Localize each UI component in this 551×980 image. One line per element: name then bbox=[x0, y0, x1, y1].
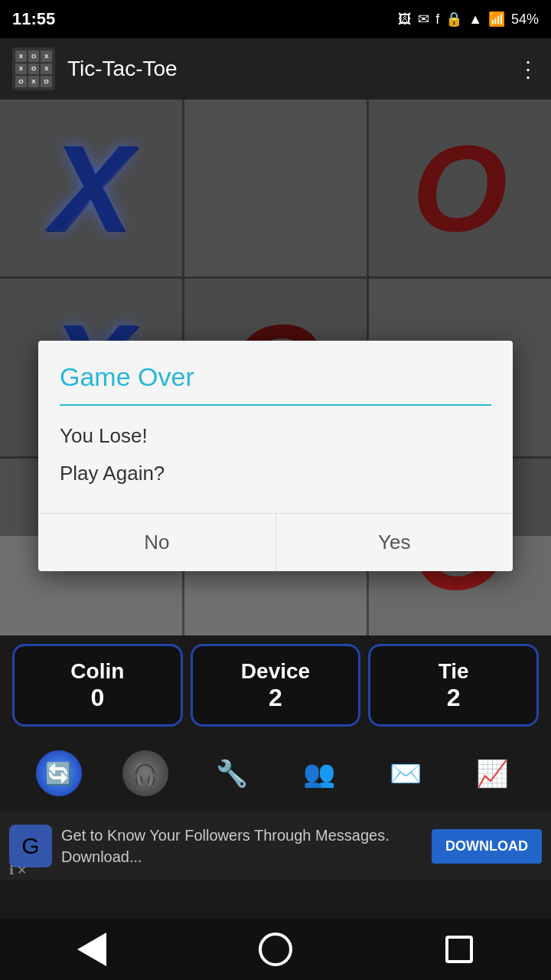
app-title: Tic-Tac-Toe bbox=[67, 57, 517, 81]
home-icon bbox=[259, 933, 292, 966]
image-icon: 🖼 bbox=[398, 11, 412, 28]
back-icon bbox=[77, 933, 106, 966]
settings-icon-button[interactable]: 🔧 bbox=[205, 746, 259, 800]
email-icon: ✉️ bbox=[383, 750, 429, 796]
app-icon-cell: X bbox=[28, 76, 40, 87]
app-icon-cell: X bbox=[15, 64, 27, 75]
score-section: Colin 0 Device 2 Tie 2 bbox=[0, 635, 551, 735]
overflow-menu-button[interactable]: ⋮ bbox=[517, 57, 539, 82]
app-icon-cell: O bbox=[41, 76, 52, 87]
chart-icon-button[interactable]: 📈 bbox=[465, 746, 519, 800]
refresh-icon-button[interactable]: 🔄 bbox=[32, 746, 86, 800]
battery-indicator: 54% bbox=[511, 11, 539, 28]
dialog-buttons: No Yes bbox=[38, 513, 513, 571]
ad-text: Get to Know Your Followers Through Messa… bbox=[61, 825, 422, 867]
headset-icon-button[interactable]: 🎧 bbox=[119, 746, 172, 800]
app-icon: X O X X O X O X O bbox=[12, 47, 55, 90]
tie-score: 2 bbox=[447, 684, 461, 712]
app-icon-cell: O bbox=[15, 76, 27, 87]
device-label: Device bbox=[241, 659, 310, 684]
chart-icon: 📈 bbox=[469, 750, 515, 796]
ad-app-icon: G bbox=[21, 833, 39, 859]
status-icons: 🖼 ✉ f 🔒 ▲ 📶 54% bbox=[398, 11, 539, 28]
app-icon-cell: X bbox=[15, 51, 27, 62]
app-bar: X O X X O X O X O Tic-Tac-Toe ⋮ bbox=[0, 38, 551, 100]
ad-download-button[interactable]: DOWNLOAD bbox=[432, 829, 542, 864]
signal-icon: 📶 bbox=[488, 11, 505, 28]
headset-icon: 🎧 bbox=[122, 750, 168, 796]
dialog-lose-message: You Lose! bbox=[60, 424, 491, 448]
people-icon: 👥 bbox=[296, 750, 342, 796]
wrench-icon: 🔧 bbox=[209, 750, 255, 796]
ad-close-button[interactable]: ℹ ✕ bbox=[9, 863, 27, 877]
refresh-icon: 🔄 bbox=[36, 750, 82, 796]
wifi-icon: ▲ bbox=[468, 11, 482, 28]
recents-icon bbox=[445, 936, 473, 963]
score-box-device: Device 2 bbox=[191, 644, 361, 727]
player-score: 0 bbox=[90, 684, 104, 712]
back-button[interactable] bbox=[69, 926, 115, 972]
yes-button[interactable]: Yes bbox=[276, 514, 514, 571]
dialog-play-again-message: Play Again? bbox=[60, 462, 491, 485]
ad-icon: G bbox=[9, 825, 52, 867]
bottom-toolbar: 🔄 🎧 🔧 👥 ✉️ 📈 bbox=[0, 735, 551, 812]
score-box-player: Colin 0 bbox=[12, 644, 183, 727]
email-status-icon: ✉ bbox=[418, 11, 429, 28]
home-button[interactable] bbox=[253, 926, 298, 972]
facebook-icon: f bbox=[435, 11, 439, 28]
dialog-body: You Lose! Play Again? bbox=[38, 406, 513, 507]
ad-banner: G Get to Know Your Followers Through Mes… bbox=[0, 812, 551, 880]
app-icon-cell: X bbox=[41, 64, 52, 75]
status-bar: 11:55 🖼 ✉ f 🔒 ▲ 📶 54% bbox=[0, 0, 551, 38]
player-label: Colin bbox=[70, 659, 124, 684]
app-icon-cell: X bbox=[41, 51, 52, 62]
status-time: 11:55 bbox=[12, 9, 55, 29]
lock-icon: 🔒 bbox=[445, 11, 462, 28]
dialog-header: Game Over bbox=[38, 341, 513, 404]
recents-button[interactable] bbox=[436, 926, 482, 972]
device-score: 2 bbox=[269, 684, 282, 712]
email-icon-button[interactable]: ✉️ bbox=[379, 746, 432, 800]
score-box-tie: Tie 2 bbox=[368, 644, 539, 727]
dialog-title: Game Over bbox=[60, 362, 491, 392]
no-button[interactable]: No bbox=[38, 514, 276, 571]
app-icon-cell: O bbox=[28, 51, 40, 62]
game-over-dialog: Game Over You Lose! Play Again? No Yes bbox=[38, 341, 513, 571]
people-icon-button[interactable]: 👥 bbox=[292, 746, 346, 800]
nav-bar bbox=[0, 919, 551, 980]
app-icon-cell: O bbox=[28, 64, 40, 75]
tie-label: Tie bbox=[439, 659, 469, 684]
